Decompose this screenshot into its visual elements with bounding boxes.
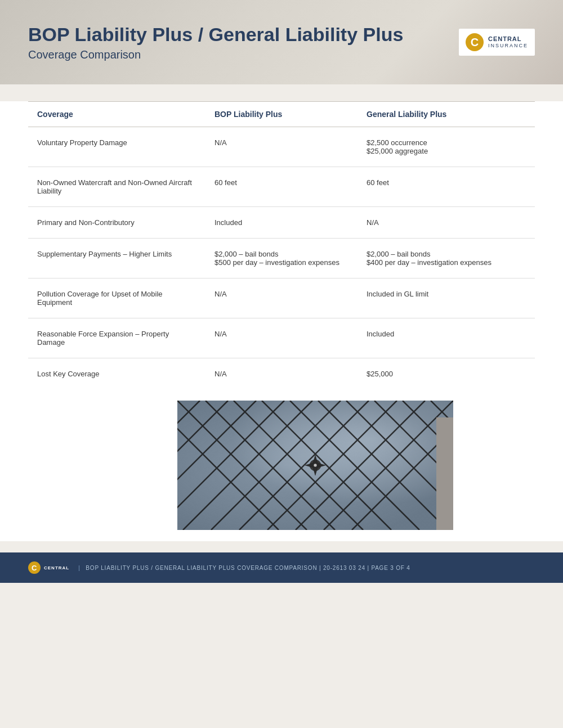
- white-bar: [0, 530, 563, 541]
- cell-gl-2: N/A: [358, 207, 535, 239]
- cell-gl-4: Included in GL limit: [358, 278, 535, 318]
- cell-coverage-1: Non-Owned Watercraft and Non-Owned Aircr…: [28, 167, 205, 207]
- svg-point-28: [314, 464, 317, 467]
- footer-divider: |: [78, 565, 80, 571]
- cell-gl-3: $2,000 – bail bonds$400 per day – invest…: [358, 239, 535, 278]
- table-row: Voluntary Property DamageN/A$2,500 occur…: [28, 127, 535, 167]
- cell-bop-5: N/A: [205, 318, 358, 358]
- cell-bop-3: $2,000 – bail bonds$500 per day – invest…: [205, 239, 358, 278]
- table-row: Reasonable Force Expansion – Property Da…: [28, 318, 535, 358]
- cell-coverage-0: Voluntary Property Damage: [28, 127, 205, 167]
- footer-logo-icon: C: [28, 561, 41, 574]
- table-row: Supplementary Payments – Higher Limits$2…: [28, 239, 535, 278]
- cell-bop-4: N/A: [205, 278, 358, 318]
- cell-coverage-5: Reasonable Force Expansion – Property Da…: [28, 318, 205, 358]
- decorative-image: [177, 401, 453, 530]
- cell-gl-1: 60 feet: [358, 167, 535, 207]
- cell-bop-6: N/A: [205, 358, 358, 390]
- col-header-gl: General Liability Plus: [358, 102, 535, 127]
- logo-c-icon: C: [466, 33, 484, 51]
- cell-coverage-3: Supplementary Payments – Higher Limits: [28, 239, 205, 278]
- footer-logo-text: CENTRAL: [44, 565, 69, 570]
- header-text-block: BOP Liability Plus / General Liability P…: [28, 23, 403, 61]
- table-header-row: Coverage BOP Liability Plus General Liab…: [28, 102, 535, 127]
- cell-coverage-6: Lost Key Coverage: [28, 358, 205, 390]
- footer-info-text: BOP LIABILITY PLUS / GENERAL LIABILITY P…: [86, 565, 410, 571]
- cell-bop-2: Included: [205, 207, 358, 239]
- page-title: BOP Liability Plus / General Liability P…: [28, 23, 403, 46]
- main-content: Coverage BOP Liability Plus General Liab…: [0, 101, 563, 389]
- coverage-table: Coverage BOP Liability Plus General Liab…: [28, 101, 535, 389]
- cell-bop-0: N/A: [205, 127, 358, 167]
- page-footer: C CENTRAL | BOP LIABILITY PLUS / GENERAL…: [0, 552, 563, 583]
- cell-coverage-4: Pollution Coverage for Upset of Mobile E…: [28, 278, 205, 318]
- col-header-coverage: Coverage: [28, 102, 205, 127]
- table-row: Pollution Coverage for Upset of Mobile E…: [28, 278, 535, 318]
- image-section: [0, 389, 563, 530]
- table-row: Non-Owned Watercraft and Non-Owned Aircr…: [28, 167, 535, 207]
- company-logo: C CENTRALINSURANCE: [459, 29, 535, 56]
- cell-bop-1: 60 feet: [205, 167, 358, 207]
- page-subtitle: Coverage Comparison: [28, 48, 403, 61]
- page-header: BOP Liability Plus / General Liability P…: [0, 0, 563, 84]
- logo-label: CENTRALINSURANCE: [488, 35, 528, 50]
- table-row: Lost Key CoverageN/A$25,000: [28, 358, 535, 390]
- table-row: Primary and Non-ContributoryIncludedN/A: [28, 207, 535, 239]
- gray-decorative-block: [436, 417, 453, 530]
- cell-gl-6: $25,000: [358, 358, 535, 390]
- footer-logo: C CENTRAL: [28, 561, 69, 574]
- col-header-bop: BOP Liability Plus: [205, 102, 358, 127]
- cell-gl-0: $2,500 occurrence$25,000 aggregate: [358, 127, 535, 167]
- cell-coverage-2: Primary and Non-Contributory: [28, 207, 205, 239]
- cell-gl-5: Included: [358, 318, 535, 358]
